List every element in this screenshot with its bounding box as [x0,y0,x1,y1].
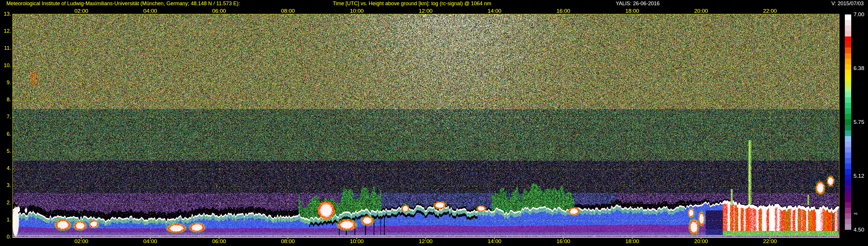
y-tick-label: 1. [0,217,11,223]
plot-title: Time [UTC] vs. Height above ground [km]:… [333,1,491,7]
x-axis-tick [770,238,770,239]
colorbar-segment [845,224,851,230]
x-tick-label-top: 22:00 [757,8,783,14]
x-axis-tick [563,238,564,239]
y-tick-label: 8. [0,97,11,103]
x-axis-tick [219,238,219,239]
institute-title: Meteorological Institute of Ludwig-Maxim… [6,1,240,7]
x-tick-label-top: 02:00 [68,8,94,14]
x-tick-label-top: 12:00 [412,8,439,14]
colorbar-segment [845,31,851,36]
colorbar-segment [845,202,851,208]
y-tick-label: 4. [0,165,11,171]
colorbar-segment [845,197,851,202]
colorbar-segment [845,36,851,42]
colorbar-segment [845,153,851,158]
colorbar-segment [845,130,851,136]
colorbar [845,14,851,230]
y-tick-label: 10. [0,63,11,69]
colorbar-segment [845,53,851,59]
x-tick-label-top: 10:00 [344,8,370,14]
colorbar-segment [845,186,851,191]
x-axis-tick [356,238,357,239]
y-tick-label: 3. [0,182,11,188]
colorbar-segment [845,158,851,163]
x-tick-label-top: 04:00 [137,8,163,14]
colorbar-segment [845,70,851,75]
colorbar-segment [845,92,851,97]
colorbar-segment [845,42,851,48]
x-axis-tick [81,238,82,239]
x-axis-tick [701,238,701,239]
colorbar-segment [845,119,851,125]
colorbar-segment [845,114,851,119]
x-axis-tick [494,238,495,239]
x-axis-tick [150,238,151,239]
colorbar-segment [845,219,851,224]
colorbar-segment [845,213,851,219]
colorbar-segment [845,147,851,153]
version-label: V: 2015/07/03 [832,1,864,7]
x-axis-tick [632,238,632,239]
colorbar-segment [845,103,851,108]
lidar-heatmap-canvas [12,14,839,238]
colorbar-segment [845,75,851,81]
colorbar-eq-label: eq [854,212,857,215]
x-axis-tick [288,238,288,239]
colorbar-segment [845,169,851,175]
colorbar-segment [845,20,851,26]
y-tick-label: 2. [0,200,11,206]
y-tick-label: 11. [0,45,11,51]
colorbar-tick-label: 5.12 [854,173,868,179]
y-tick-label: 7. [0,114,11,120]
y-tick-label: 6. [0,131,11,137]
colorbar-tick-label: 7.00 [854,11,868,18]
y-tick-label: 13. [0,11,11,17]
colorbar-segment [845,59,851,64]
colorbar-tick-label: 6.38 [854,65,868,71]
colorbar-segment [845,142,851,147]
colorbar-segment [845,175,851,180]
colorbar-segment [845,163,851,169]
colorbar-segment [845,64,851,70]
y-tick-label: 9. [0,80,11,86]
colorbar-tick-label: 5.75 [854,119,868,125]
colorbar-segment [845,180,851,186]
lidar-quicklook-screen: Meteorological Institute of Ludwig-Maxim… [0,0,868,246]
y-tick-label: 5. [0,148,11,154]
colorbar-segment [845,48,851,53]
x-tick-label-top: 08:00 [275,8,301,14]
colorbar-segment [845,136,851,142]
colorbar-segment [845,86,851,92]
x-tick-label-top: 18:00 [619,8,645,14]
x-tick-label-top: 20:00 [688,8,714,14]
colorbar-segment [845,97,851,103]
colorbar-segment [845,125,851,130]
colorbar-segment [845,108,851,114]
colorbar-segment [845,208,851,213]
y-tick-label: 0. [0,234,11,240]
colorbar-segment [845,81,851,86]
colorbar-segment [845,26,851,31]
colorbar-segment [845,14,851,20]
colorbar-segment [845,191,851,197]
y-tick-label: 12. [0,28,11,34]
colorbar-tick-label: 4.50 [854,226,868,233]
x-tick-label-top: 06:00 [206,8,232,14]
x-tick-label-top: 14:00 [482,8,507,14]
x-tick-label-top: 16:00 [550,8,576,14]
x-axis-tick [425,238,426,239]
instrument-date-label: YALIS: 26-06-2016 [616,1,660,7]
